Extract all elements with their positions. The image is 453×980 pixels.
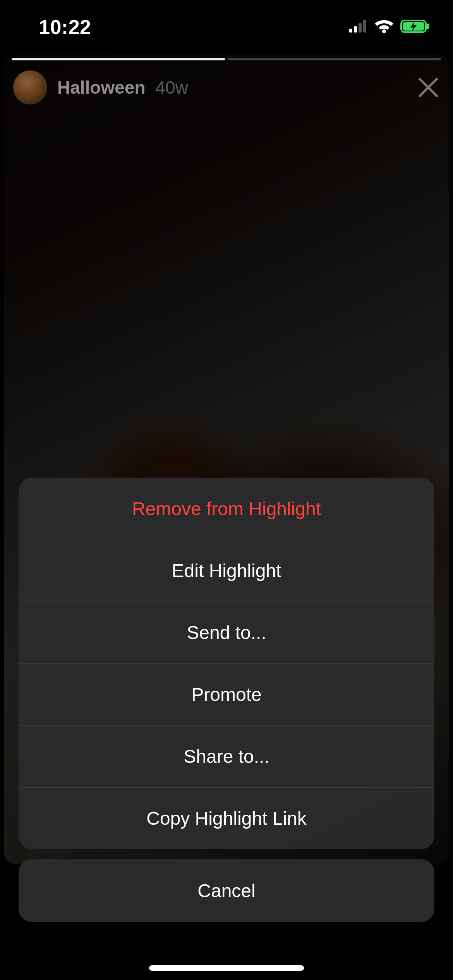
action-remove-from-highlight[interactable]: Remove from Highlight bbox=[19, 478, 434, 540]
action-send-to[interactable]: Send to... bbox=[19, 601, 434, 663]
cancel-button[interactable]: Cancel bbox=[19, 859, 434, 922]
wifi-icon bbox=[374, 19, 394, 35]
action-share-to[interactable]: Share to... bbox=[19, 725, 434, 787]
battery-charging-icon bbox=[400, 19, 431, 35]
action-sheet: Remove from Highlight Edit Highlight Sen… bbox=[19, 478, 434, 922]
svg-rect-2 bbox=[359, 23, 362, 33]
action-sheet-overlay: Remove from Highlight Edit Highlight Sen… bbox=[0, 0, 453, 980]
action-label: Send to... bbox=[187, 622, 266, 643]
svg-rect-7 bbox=[427, 24, 429, 29]
action-sheet-group: Remove from Highlight Edit Highlight Sen… bbox=[19, 478, 434, 849]
status-time: 10:22 bbox=[39, 15, 91, 39]
action-label: Remove from Highlight bbox=[132, 498, 321, 519]
action-promote[interactable]: Promote bbox=[19, 663, 434, 725]
action-label: Edit Highlight bbox=[172, 560, 281, 581]
action-label: Promote bbox=[191, 684, 261, 705]
action-copy-highlight-link[interactable]: Copy Highlight Link bbox=[19, 787, 434, 849]
action-label: Share to... bbox=[184, 746, 269, 767]
cancel-label: Cancel bbox=[197, 880, 255, 901]
action-label: Copy Highlight Link bbox=[146, 808, 307, 829]
action-edit-highlight[interactable]: Edit Highlight bbox=[19, 540, 434, 601]
status-bar: 10:22 bbox=[0, 0, 453, 54]
svg-rect-3 bbox=[363, 20, 366, 33]
svg-rect-1 bbox=[354, 26, 357, 33]
cellular-icon bbox=[349, 20, 368, 34]
svg-rect-0 bbox=[349, 29, 352, 33]
home-indicator[interactable] bbox=[149, 965, 304, 971]
svg-point-4 bbox=[382, 29, 386, 33]
status-indicators bbox=[349, 19, 431, 35]
